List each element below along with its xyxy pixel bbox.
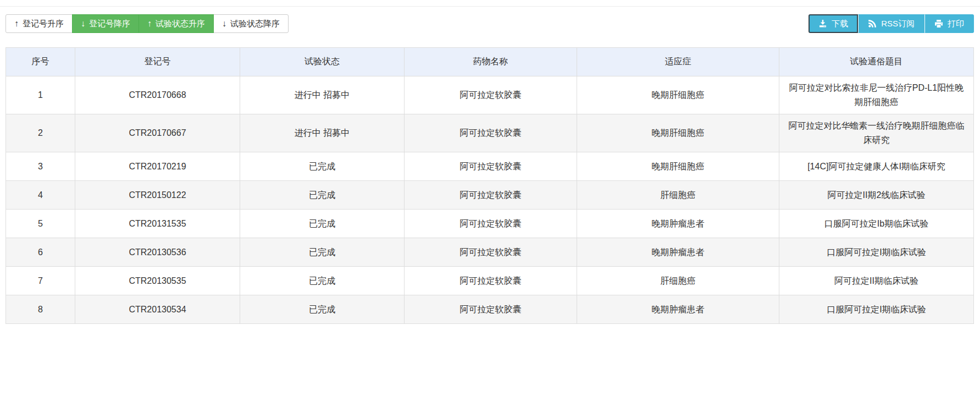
cell-trial-status: 已完成: [240, 238, 405, 267]
column-header-drug-name: 药物名称: [405, 48, 577, 76]
arrow-down-icon: ↓: [222, 19, 226, 28]
cell-trial-title: [14C]阿可拉定健康人体I期临床研究: [779, 152, 974, 181]
toolbar: ↑ 登记号升序 ↓ 登记号降序 ↑ 试验状态升序 ↓ 试验状态降序: [0, 14, 980, 33]
cell-trial-title: 阿可拉定II期临床试验: [779, 267, 974, 295]
cell-registration-no: CTR20170219: [75, 152, 240, 181]
cell-trial-title: 阿可拉定对比索拉非尼一线治疗PD-L1阳性晚期肝细胞癌: [779, 76, 974, 114]
cell-indication: 晚期肝细胞癌: [577, 76, 779, 114]
rss-button[interactable]: RSS订阅: [858, 14, 924, 33]
cell-index: 3: [6, 152, 75, 181]
table-row: 6 CTR20130536 已完成 阿可拉定软胶囊 晚期肿瘤患者 口服阿可拉定I…: [6, 238, 974, 267]
column-header-index: 序号: [6, 48, 75, 76]
column-header-indication: 适应症: [577, 48, 779, 76]
action-button-label: 打印: [948, 19, 964, 29]
column-header-registration-no: 登记号: [75, 48, 240, 76]
cell-drug-name: 阿可拉定软胶囊: [405, 152, 577, 181]
cell-trial-title: 阿可拉定II期2线临床试验: [779, 181, 974, 210]
arrow-up-icon: ↑: [147, 19, 152, 28]
sort-button-label: 试验状态降序: [230, 19, 280, 29]
action-button-label: RSS订阅: [881, 19, 915, 29]
cell-index: 7: [6, 267, 75, 295]
cell-trial-title: 口服阿可拉定I期临床试验: [779, 238, 974, 267]
cell-registration-no: CTR20150122: [75, 181, 240, 210]
cell-drug-name: 阿可拉定软胶囊: [405, 114, 577, 152]
cell-trial-status: 已完成: [240, 152, 405, 181]
cell-drug-name: 阿可拉定软胶囊: [405, 181, 577, 210]
sort-status-desc-button[interactable]: ↓ 试验状态降序: [213, 14, 289, 33]
cell-trial-title: 口服阿可拉定I期临床试验: [779, 295, 974, 324]
arrow-down-icon: ↓: [81, 19, 85, 28]
cell-drug-name: 阿可拉定软胶囊: [405, 267, 577, 295]
table-row: 7 CTR20130535 已完成 阿可拉定软胶囊 肝细胞癌 阿可拉定II期临床…: [6, 267, 974, 295]
cell-indication: 晚期肿瘤患者: [577, 210, 779, 238]
cell-drug-name: 阿可拉定软胶囊: [405, 238, 577, 267]
print-button[interactable]: 打印: [924, 14, 974, 33]
cell-registration-no: CTR20131535: [75, 210, 240, 238]
cell-trial-status: 进行中 招募中: [240, 114, 405, 152]
cell-drug-name: 阿可拉定软胶囊: [405, 295, 577, 324]
column-header-trial-title: 试验通俗题目: [779, 48, 974, 76]
cell-indication: 晚期肿瘤患者: [577, 295, 779, 324]
page-top-divider: [0, 0, 980, 7]
sort-regno-asc-button[interactable]: ↑ 登记号升序: [5, 14, 73, 33]
cell-registration-no: CTR20170667: [75, 114, 240, 152]
rss-icon: [868, 19, 877, 28]
table-header-row: 序号 登记号 试验状态 药物名称 适应症 试验通俗题目: [6, 48, 974, 76]
cell-index: 2: [6, 114, 75, 152]
cell-trial-status: 进行中 招募中: [240, 76, 405, 114]
cell-indication: 晚期肿瘤患者: [577, 238, 779, 267]
action-button-label: 下载: [832, 19, 848, 29]
download-button[interactable]: 下载: [809, 14, 858, 33]
sort-button-group: ↑ 登记号升序 ↓ 登记号降序 ↑ 试验状态升序 ↓ 试验状态降序: [5, 14, 289, 33]
cell-index: 4: [6, 181, 75, 210]
table-row: 3 CTR20170219 已完成 阿可拉定软胶囊 晚期肝细胞癌 [14C]阿可…: [6, 152, 974, 181]
trial-table-container: 序号 登记号 试验状态 药物名称 适应症 试验通俗题目 1 CTR2017066…: [5, 47, 974, 324]
download-icon: [818, 19, 827, 28]
cell-index: 1: [6, 76, 75, 114]
arrow-up-icon: ↑: [14, 19, 19, 28]
cell-drug-name: 阿可拉定软胶囊: [405, 210, 577, 238]
cell-registration-no: CTR20130536: [75, 238, 240, 267]
cell-indication: 晚期肝细胞癌: [577, 152, 779, 181]
table-row: 8 CTR20130534 已完成 阿可拉定软胶囊 晚期肿瘤患者 口服阿可拉定I…: [6, 295, 974, 324]
cell-index: 6: [6, 238, 75, 267]
cell-trial-status: 已完成: [240, 181, 405, 210]
cell-index: 5: [6, 210, 75, 238]
cell-indication: 肝细胞癌: [577, 267, 779, 295]
cell-trial-status: 已完成: [240, 267, 405, 295]
clinical-trials-table: 序号 登记号 试验状态 药物名称 适应症 试验通俗题目 1 CTR2017066…: [5, 47, 974, 324]
cell-trial-title: 口服阿可拉定Ib期临床试验: [779, 210, 974, 238]
cell-indication: 肝细胞癌: [577, 181, 779, 210]
sort-regno-desc-button[interactable]: ↓ 登记号降序: [72, 14, 139, 33]
sort-button-label: 试验状态升序: [156, 19, 205, 29]
cell-registration-no: CTR20170668: [75, 76, 240, 114]
action-button-group: 下载 RSS订阅 打印: [809, 14, 974, 33]
cell-drug-name: 阿可拉定软胶囊: [405, 76, 577, 114]
cell-registration-no: CTR20130534: [75, 295, 240, 324]
print-icon: [934, 19, 943, 28]
cell-index: 8: [6, 295, 75, 324]
cell-trial-status: 已完成: [240, 295, 405, 324]
table-row: 2 CTR20170667 进行中 招募中 阿可拉定软胶囊 晚期肝细胞癌 阿可拉…: [6, 114, 974, 152]
column-header-trial-status: 试验状态: [240, 48, 405, 76]
cell-trial-status: 已完成: [240, 210, 405, 238]
sort-button-label: 登记号升序: [23, 19, 64, 29]
sort-status-asc-button[interactable]: ↑ 试验状态升序: [139, 14, 214, 33]
cell-trial-title: 阿可拉定对比华蟾素一线治疗晚期肝细胞癌临床研究: [779, 114, 974, 152]
table-row: 1 CTR20170668 进行中 招募中 阿可拉定软胶囊 晚期肝细胞癌 阿可拉…: [6, 76, 974, 114]
cell-registration-no: CTR20130535: [75, 267, 240, 295]
cell-indication: 晚期肝细胞癌: [577, 114, 779, 152]
sort-button-label: 登记号降序: [89, 19, 130, 29]
table-row: 5 CTR20131535 已完成 阿可拉定软胶囊 晚期肿瘤患者 口服阿可拉定I…: [6, 210, 974, 238]
table-row: 4 CTR20150122 已完成 阿可拉定软胶囊 肝细胞癌 阿可拉定II期2线…: [6, 181, 974, 210]
